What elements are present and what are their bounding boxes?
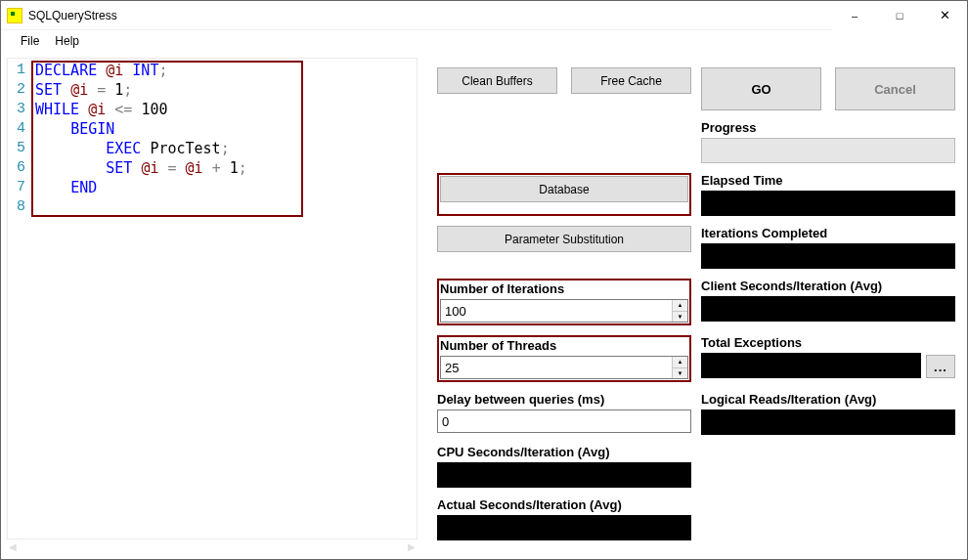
left-pane: 12345678 DECLARE @i INT; SET @i = 1; WHI… — [7, 58, 418, 553]
app-window: SQLQueryStress – □ ✕ File Help 12345678 … — [0, 0, 968, 560]
cpu-seconds-label: CPU Seconds/Iteration (Avg) — [437, 445, 691, 459]
go-button[interactable]: GO — [701, 67, 821, 110]
exceptions-details-button[interactable]: ... — [926, 355, 955, 378]
database-button[interactable]: Database — [440, 176, 688, 202]
sql-editor[interactable]: 12345678 DECLARE @i INT; SET @i = 1; WHI… — [7, 58, 418, 539]
menubar: File Help — [1, 30, 967, 52]
clean-buffers-button[interactable]: Clean Buffers — [437, 67, 557, 94]
elapsed-time-label: Elapsed Time — [701, 173, 955, 188]
close-button[interactable]: ✕ — [922, 1, 967, 30]
iterations-up-icon[interactable]: ▲ — [673, 300, 687, 312]
code-text[interactable]: DECLARE @i INT; SET @i = 1; WHILE @i <= … — [29, 61, 417, 217]
editor-scrollbar[interactable]: ◀ ▶ — [7, 539, 418, 553]
iterations-label: Number of Iterations — [440, 281, 688, 296]
free-cache-button[interactable]: Free Cache — [571, 67, 691, 94]
window-title: SQLQueryStress — [28, 9, 117, 22]
progress-label: Progress — [701, 120, 955, 135]
menu-file[interactable]: File — [21, 34, 39, 48]
delay-label: Delay between queries (ms) — [437, 392, 691, 407]
minimize-button[interactable]: – — [832, 1, 877, 30]
parameter-substitution-button[interactable]: Parameter Substitution — [437, 226, 691, 252]
actual-seconds-value — [437, 515, 691, 540]
app-icon — [7, 8, 22, 23]
delay-input[interactable] — [437, 409, 691, 433]
elapsed-time-value — [701, 191, 955, 216]
iterations-completed-value — [701, 243, 955, 269]
threads-input[interactable]: ▲ ▼ — [440, 356, 688, 379]
threads-label: Number of Threads — [440, 338, 688, 353]
cpu-seconds-value — [437, 462, 691, 488]
scroll-right-icon[interactable]: ▶ — [408, 541, 416, 552]
content-area: 12345678 DECLARE @i INT; SET @i = 1; WHI… — [1, 52, 967, 559]
iterations-completed-label: Iterations Completed — [701, 226, 955, 240]
maximize-button[interactable]: □ — [877, 1, 922, 30]
scroll-left-icon[interactable]: ◀ — [9, 541, 17, 552]
logical-reads-label: Logical Reads/Iteration (Avg) — [701, 392, 955, 407]
actual-seconds-label: Actual Seconds/Iteration (Avg) — [437, 497, 691, 512]
menu-help[interactable]: Help — [55, 34, 79, 48]
client-seconds-value — [701, 296, 955, 322]
threads-down-icon[interactable]: ▼ — [673, 368, 687, 379]
cancel-button[interactable]: Cancel — [835, 67, 955, 110]
threads-up-icon[interactable]: ▲ — [673, 357, 687, 368]
total-exceptions-value — [701, 353, 921, 378]
right-pane: Clean Buffers Free Cache GO Cancel Progr… — [427, 58, 961, 553]
logical-reads-value — [701, 409, 955, 435]
total-exceptions-label: Total Exceptions — [701, 335, 955, 350]
iterations-field[interactable] — [441, 300, 672, 322]
line-gutter: 12345678 — [8, 61, 29, 217]
iterations-down-icon[interactable]: ▼ — [673, 312, 687, 323]
iterations-input[interactable]: ▲ ▼ — [440, 299, 688, 323]
titlebar: SQLQueryStress – □ ✕ — [1, 1, 967, 30]
client-seconds-label: Client Seconds/Iteration (Avg) — [701, 279, 955, 293]
progress-bar — [701, 138, 955, 163]
threads-field[interactable] — [441, 357, 672, 378]
